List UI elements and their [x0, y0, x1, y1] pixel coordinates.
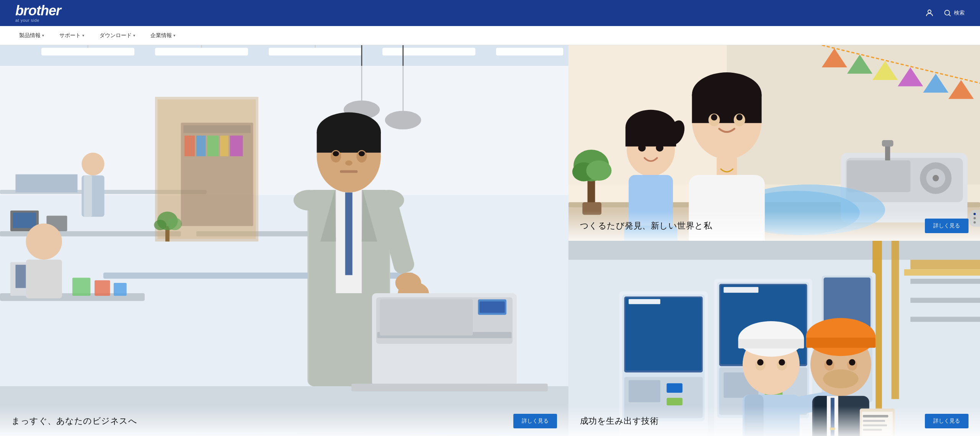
svg-rect-161 — [738, 339, 804, 348]
brand-tagline: at your side — [15, 18, 61, 23]
svg-point-56 — [333, 151, 339, 156]
hero-left-button[interactable]: 詳しく見る — [513, 414, 557, 428]
hero-illustration — [0, 45, 568, 433]
panel-bottom-text: 成功を生み出す技術 — [580, 415, 659, 427]
svg-rect-115 — [717, 158, 737, 177]
chevron-down-icon: ▾ — [42, 33, 44, 38]
svg-point-122 — [656, 144, 663, 152]
svg-point-49 — [294, 190, 325, 211]
panel-bottom-caption: 成功を生み出す技術 詳しく見る — [568, 406, 980, 436]
svg-rect-41 — [220, 136, 229, 156]
nav-item-support[interactable]: サポート ▾ — [52, 26, 92, 45]
hero-panel-left: まっすぐ、あなたのビジネスへ 詳しく見る — [0, 45, 568, 436]
svg-rect-8 — [382, 48, 475, 56]
svg-rect-20 — [15, 174, 77, 192]
svg-point-100 — [933, 175, 939, 181]
svg-point-60 — [345, 160, 353, 165]
search-button[interactable]: 検索 — [943, 9, 965, 17]
svg-point-21 — [82, 153, 104, 175]
panel-top-button[interactable]: 詳しく見る — [925, 219, 969, 233]
svg-rect-68 — [380, 299, 473, 335]
svg-rect-142 — [666, 398, 682, 405]
panel-bottom-button[interactable]: 詳しく見る — [925, 414, 969, 428]
svg-point-1 — [945, 10, 950, 15]
svg-rect-23 — [84, 175, 92, 217]
svg-rect-140 — [629, 380, 660, 402]
svg-rect-58 — [331, 147, 340, 149]
svg-point-175 — [826, 359, 833, 366]
scroll-dot-3 — [973, 221, 976, 224]
svg-rect-79 — [95, 280, 110, 296]
svg-rect-133 — [910, 317, 980, 322]
nav-item-download[interactable]: ダウンロード ▾ — [92, 26, 143, 45]
svg-point-113 — [711, 114, 717, 121]
svg-rect-96 — [882, 140, 893, 147]
svg-rect-37 — [183, 125, 250, 133]
svg-rect-128 — [891, 241, 899, 399]
svg-rect-42 — [230, 136, 243, 156]
hero-left-caption: まっすぐ、あなたのビジネスへ 詳しく見る — [0, 406, 568, 436]
svg-rect-7 — [269, 48, 362, 56]
search-label: 検索 — [954, 10, 965, 16]
svg-point-164 — [757, 359, 764, 366]
svg-point-0 — [928, 10, 931, 13]
svg-rect-6 — [155, 48, 248, 56]
svg-rect-137 — [626, 297, 701, 370]
svg-point-171 — [806, 318, 875, 356]
scroll-indicator[interactable] — [969, 210, 980, 227]
svg-rect-138 — [629, 299, 660, 304]
svg-rect-71 — [351, 384, 548, 391]
svg-rect-80 — [114, 283, 127, 296]
svg-rect-110 — [692, 95, 761, 123]
panel-top-caption: つくるたび発見、新しい世界と私 詳しく見る — [568, 211, 980, 241]
svg-rect-148 — [724, 287, 758, 292]
svg-rect-129 — [910, 260, 980, 269]
scroll-dot-1 — [973, 213, 976, 215]
svg-point-114 — [736, 114, 743, 121]
svg-rect-97 — [847, 160, 910, 192]
main-nav: 製品情報 ▾ サポート ▾ ダウンロード ▾ 企業情報 ▾ — [0, 26, 980, 45]
svg-point-176 — [849, 359, 856, 366]
panel-bottom-right: 成功を生み出す技術 詳しく見る — [568, 241, 980, 436]
header-actions: 検索 — [925, 8, 965, 18]
brand-name: brother — [15, 4, 61, 18]
nav-item-corporate[interactable]: 企業情報 ▾ — [143, 26, 183, 45]
svg-rect-53 — [317, 132, 381, 153]
svg-rect-77 — [26, 260, 62, 298]
svg-rect-46 — [345, 193, 353, 275]
svg-rect-61 — [340, 170, 358, 173]
svg-rect-40 — [207, 136, 219, 156]
chevron-down-icon: ▾ — [133, 33, 135, 38]
svg-rect-39 — [196, 136, 206, 156]
scroll-dot-2 — [973, 217, 976, 219]
chevron-down-icon: ▾ — [82, 33, 84, 38]
svg-rect-5 — [41, 48, 134, 56]
svg-rect-70 — [480, 302, 505, 313]
svg-rect-9 — [496, 48, 563, 56]
svg-rect-172 — [806, 338, 875, 348]
account-icon-button[interactable] — [925, 8, 934, 18]
site-header: brother at your side 検索 — [0, 0, 980, 26]
svg-point-121 — [638, 144, 646, 152]
svg-rect-130 — [904, 269, 980, 276]
svg-rect-126 — [568, 241, 980, 260]
svg-rect-141 — [666, 383, 682, 393]
svg-point-34 — [154, 220, 166, 230]
svg-point-177 — [823, 369, 859, 388]
chevron-down-icon: ▾ — [173, 33, 175, 38]
panel-top-right: つくるたび発見、新しい世界と私 詳しく見る — [568, 45, 980, 241]
svg-point-76 — [26, 224, 62, 260]
svg-line-2 — [949, 15, 951, 16]
svg-rect-27 — [13, 212, 36, 228]
svg-rect-78 — [72, 278, 90, 296]
right-panels: つくるたび発見、新しい世界と私 詳しく見る — [568, 45, 980, 436]
panel-top-text: つくるたび発見、新しい世界と私 — [580, 220, 712, 232]
svg-point-35 — [167, 218, 182, 230]
main-content: まっすぐ、あなたのビジネスへ 詳しく見る — [0, 45, 980, 436]
nav-item-products[interactable]: 製品情報 ▾ — [11, 26, 52, 45]
svg-rect-131 — [910, 279, 980, 284]
hero-left-text: まっすぐ、あなたのビジネスへ — [11, 415, 137, 427]
logo-area[interactable]: brother at your side — [15, 4, 61, 23]
svg-rect-38 — [185, 136, 195, 156]
svg-point-165 — [779, 359, 785, 366]
